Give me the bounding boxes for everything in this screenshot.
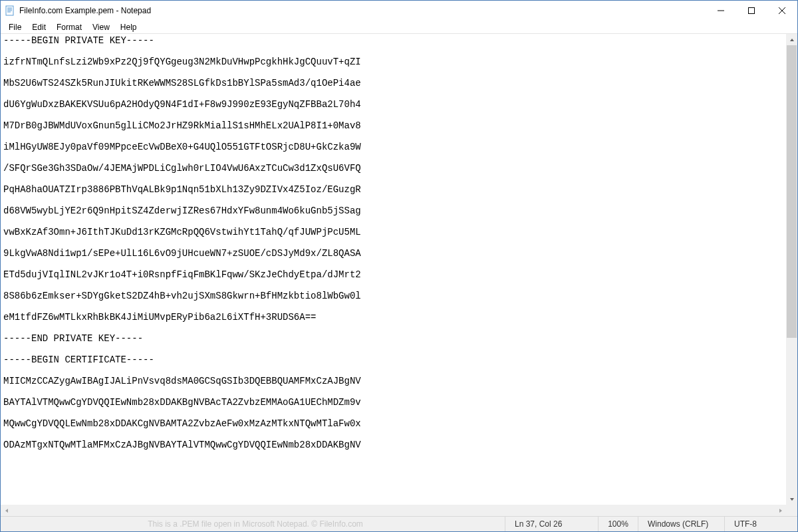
scroll-up-icon[interactable] <box>786 34 797 45</box>
text-editor[interactable]: -----BEGIN PRIVATE KEY----- izfrNTmQLnfs… <box>1 34 786 505</box>
svg-rect-6 <box>749 8 755 14</box>
vertical-scroll-track[interactable] <box>786 45 797 493</box>
horizontal-scrollbar[interactable] <box>1 505 786 516</box>
menu-view[interactable]: View <box>87 21 115 33</box>
svg-marker-12 <box>779 509 782 513</box>
notepad-window: FileInfo.com Example.pem - Notepad File … <box>0 0 798 532</box>
status-zoom: 100% <box>598 517 638 531</box>
svg-marker-10 <box>790 498 794 501</box>
scroll-left-icon[interactable] <box>1 508 12 513</box>
svg-marker-9 <box>790 39 794 41</box>
menu-file[interactable]: File <box>3 21 27 33</box>
window-title: FileInfo.com Example.pem - Notepad <box>19 6 151 15</box>
scroll-right-icon[interactable] <box>775 508 786 513</box>
window-controls <box>706 1 797 21</box>
notepad-app-icon <box>5 5 15 16</box>
menu-edit[interactable]: Edit <box>27 21 51 33</box>
menubar: File Edit Format View Help <box>1 21 797 34</box>
status-watermark: This is a .PEM file open in Microsoft No… <box>1 519 505 529</box>
vertical-scrollbar[interactable] <box>786 34 797 505</box>
status-encoding: UTF-8 <box>724 517 797 531</box>
close-button[interactable] <box>767 1 797 21</box>
scroll-down-icon[interactable] <box>786 493 797 505</box>
editor-area: -----BEGIN PRIVATE KEY----- izfrNTmQLnfs… <box>1 34 797 516</box>
menu-format[interactable]: Format <box>51 21 87 33</box>
svg-marker-11 <box>5 509 8 513</box>
scroll-corner <box>786 505 797 516</box>
status-position: Ln 37, Col 26 <box>505 517 598 531</box>
vertical-scroll-thumb[interactable] <box>787 45 797 338</box>
titlebar: FileInfo.com Example.pem - Notepad <box>1 1 797 21</box>
menu-help[interactable]: Help <box>115 21 142 33</box>
status-line-ending: Windows (CRLF) <box>638 517 724 531</box>
statusbar: This is a .PEM file open in Microsoft No… <box>1 516 797 531</box>
maximize-button[interactable] <box>736 1 767 21</box>
minimize-button[interactable] <box>706 1 736 21</box>
